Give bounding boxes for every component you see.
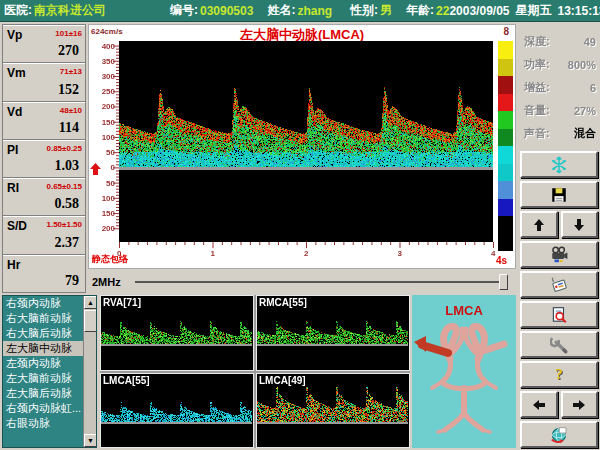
scroll-up-button[interactable] <box>520 211 558 238</box>
x-tick-label: 1 <box>211 249 215 258</box>
record-video-button[interactable] <box>520 241 598 268</box>
scrollbar-thumb[interactable] <box>84 310 97 332</box>
param-value: 270 <box>58 43 79 59</box>
param-row-hr: Hr79 <box>3 255 85 292</box>
save-button[interactable] <box>520 181 598 208</box>
doppler-colorbar <box>498 41 513 251</box>
param-row-pi: PI0.85±0.251.03 <box>3 140 85 178</box>
thumbnail-rmca[interactable]: RMCA[55] <box>256 295 410 371</box>
param-label: RI <box>7 181 19 195</box>
param-row-vm: Vm71±13152 <box>3 63 85 101</box>
param-label: S/D <box>7 219 27 233</box>
hospital-value: 南京科进公司 <box>34 2 106 19</box>
patient-age-value: 22 <box>436 4 449 18</box>
param-row-sd: S/D1.50±1.502.37 <box>3 216 85 254</box>
tcd-app-window: 医院:南京科进公司 编号:03090503 姓名:zhang 性别:男 年龄:2… <box>0 0 600 450</box>
y-tick-label: 200 <box>89 224 115 233</box>
x-tick-label: 3 <box>398 249 402 258</box>
gain-value-label: 8 <box>503 26 509 37</box>
thumbnail-lmca49[interactable]: LMCA[49] <box>256 373 410 449</box>
y-tick-label: 150 <box>89 209 115 218</box>
tools-button[interactable] <box>520 331 598 358</box>
patient-age-label: 年龄: <box>406 2 434 19</box>
datetime: 2003/09/05星期五13:15:13 <box>449 2 600 19</box>
tag-icon <box>550 276 568 294</box>
frequency-slider-thumb[interactable] <box>499 274 508 290</box>
param-ref-range: 71±13 <box>60 67 82 76</box>
param-label: Vd <box>7 105 22 119</box>
snowflake-icon <box>550 156 568 174</box>
thumbnail-grid: RVA[71] RMCA[55] LMCA[55] LMCA[49] <box>100 295 410 448</box>
arrow-down-icon <box>571 217 587 233</box>
param-label: Vm <box>7 66 26 80</box>
param-value: 2.37 <box>55 235 80 251</box>
thumbnail-label: RMCA[55] <box>259 297 307 308</box>
arrow-left-icon <box>531 397 547 413</box>
thumbnail-rva[interactable]: RVA[71] <box>100 295 254 371</box>
page-right-button[interactable] <box>561 391 599 418</box>
scrollbar-down-icon[interactable]: ▼ <box>84 434 97 447</box>
colorbar-segment <box>498 181 513 199</box>
param-label: Hr <box>7 258 20 272</box>
hospital-label: 医院: <box>4 2 32 19</box>
willis-vessel-label: LMCA <box>412 303 516 318</box>
colorbar-segment <box>498 59 513 77</box>
date-value: 2003/09/05 <box>449 4 509 18</box>
colorbar-segment <box>498 76 513 94</box>
exit-button[interactable] <box>520 421 598 448</box>
colorbar-segment <box>498 164 513 182</box>
y-tick-label: 300 <box>89 72 115 81</box>
y-tick-label: 50 <box>89 179 115 188</box>
patient-id-value: 03090503 <box>200 4 253 18</box>
frequency-slider-track[interactable] <box>135 281 508 283</box>
help-button[interactable]: ? <box>520 361 598 388</box>
thumbnail-lmca55[interactable]: LMCA[55] <box>100 373 254 449</box>
preview-button[interactable] <box>520 301 598 328</box>
colorbar-segment <box>498 129 513 147</box>
circle-of-willis-diagram[interactable]: LMCA <box>412 295 516 448</box>
param-value: 152 <box>58 82 79 98</box>
y-tick-label: 150 <box>89 118 115 127</box>
x-tick-label: 4 <box>491 249 495 258</box>
param-row-vp: Vp101±16270 <box>3 25 85 63</box>
scroll-down-button[interactable] <box>561 211 599 238</box>
y-tick-label: 350 <box>89 57 115 66</box>
param-row-vd: Vd48±10114 <box>3 102 85 140</box>
toolbar: ? <box>520 151 598 448</box>
globe-exit-icon <box>550 426 568 444</box>
colorbar-segment <box>498 216 513 234</box>
report-tag-button[interactable] <box>520 271 598 298</box>
page-left-button[interactable] <box>520 391 558 418</box>
colorbar-segment <box>498 111 513 129</box>
setting-gain: 增益:6 <box>518 76 600 99</box>
control-column: 深度:49 功率:800% 增益:6 音量:27% 声音:混合 ? <box>518 24 600 450</box>
param-ref-range: 0.85±0.25 <box>46 144 82 153</box>
weekday-value: 星期五 <box>515 2 551 19</box>
baseline-marker-icon[interactable] <box>90 161 101 179</box>
patient-id-label: 编号: <box>170 2 198 19</box>
param-ref-range: 1.50±1.50 <box>46 220 82 229</box>
param-label: PI <box>7 143 18 157</box>
spectrum-panel: 624cm/s 左大脑中动脉(LMCA) 8 40035030025020015… <box>88 24 516 269</box>
colorbar-segment <box>498 94 513 112</box>
param-row-ri: RI0.65±0.150.58 <box>3 178 85 216</box>
freeze-button[interactable] <box>520 151 598 178</box>
y-tick-label: 100 <box>89 194 115 203</box>
probe-frequency-row: 2MHz <box>88 269 516 295</box>
sweep-time-label: 4s <box>496 255 507 266</box>
y-tick-label: 400 <box>89 42 115 51</box>
arrow-right-icon <box>571 397 587 413</box>
param-value: 114 <box>59 120 79 136</box>
y-tick-label: 100 <box>89 133 115 142</box>
thumbnail-label: LMCA[49] <box>259 375 306 386</box>
setting-sound: 声音:混合 <box>518 122 600 145</box>
x-tick-label: 2 <box>304 249 308 258</box>
device-settings: 深度:49 功率:800% 增益:6 音量:27% 声音:混合 <box>518 30 600 145</box>
patient-sex-value: 男 <box>380 2 392 19</box>
patient-name-label: 姓名: <box>267 2 295 19</box>
spectrogram-plot[interactable] <box>119 41 493 242</box>
scrollbar-up-icon[interactable]: ▲ <box>84 296 97 309</box>
artery-list: 右颈内动脉右大脑前动脉右大脑后动脉左大脑中动脉左颈内动脉左大脑前动脉左大脑后动脉… <box>2 295 97 448</box>
patient-sex-label: 性别: <box>350 2 378 19</box>
param-value: 0.58 <box>55 196 80 212</box>
